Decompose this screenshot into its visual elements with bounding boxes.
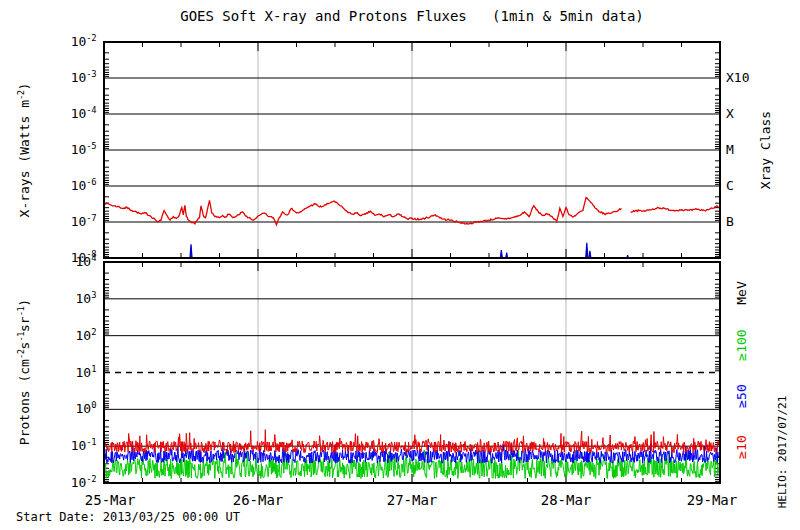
legend-ge10mev: ≥10 [735, 435, 748, 458]
proton-y-tick-label: 103 [0, 291, 96, 305]
xray-y-tick-label: 10-7 [0, 214, 96, 228]
chart-title: GOES Soft X-ray and Protons Fluxes (1min… [104, 9, 720, 23]
x-tick-label-26mar: 26-Mar [233, 493, 284, 507]
proton-y-tick-label: 101 [0, 365, 96, 379]
x-tick-label-27mar: 27-Mar [387, 493, 438, 507]
xray-y-tick-label: 10-3 [0, 70, 96, 84]
x-tick-label-25mar: 25-Mar [85, 493, 136, 507]
proton-y-tick-label: 100 [0, 401, 96, 415]
legend-ge50mev: ≥50 [735, 384, 748, 407]
proton-y-tick-label: 102 [0, 328, 96, 342]
goes-flux-chart: GOES Soft X-ray and Protons Fluxes (1min… [0, 0, 800, 530]
proton-y-tick-label: 104 [0, 254, 96, 268]
xray-class-axis-title: Xray Class [759, 111, 772, 189]
xray-class-m: M [726, 143, 734, 156]
xray-y-tick-label: 10-2 [0, 34, 96, 48]
xray-y-tick-label: 10-4 [0, 106, 96, 120]
x-tick-label-28mar: 28-Mar [541, 493, 592, 507]
x-tick-label-29mar: 29-Mar [687, 493, 738, 507]
legend-ge100mev: ≥100 [735, 329, 748, 360]
proton-y-tick-label: 10-1 [0, 438, 96, 452]
xray-y-tick-label: 10-6 [0, 178, 96, 192]
mev-axis-title: MeV [735, 281, 748, 304]
plot-canvas [0, 0, 800, 530]
xray-class-x10: X10 [726, 71, 749, 84]
xray-class-x: X [726, 107, 734, 120]
proton-y-tick-label: 10-2 [0, 475, 96, 489]
proton-axis-title: Protons (cm-2s-1sr-1) [17, 299, 31, 445]
xray-class-b: B [726, 215, 734, 228]
start-date-text: Start Date: 2013/03/25 00:00 UT [16, 511, 240, 523]
xray-axis-title: X-rays (Watts m-2) [17, 83, 31, 218]
xray-y-tick-label: 10-5 [0, 142, 96, 156]
xray-class-c: C [726, 179, 734, 192]
helio-watermark: HELIO: 2017/07/21 [777, 396, 788, 509]
